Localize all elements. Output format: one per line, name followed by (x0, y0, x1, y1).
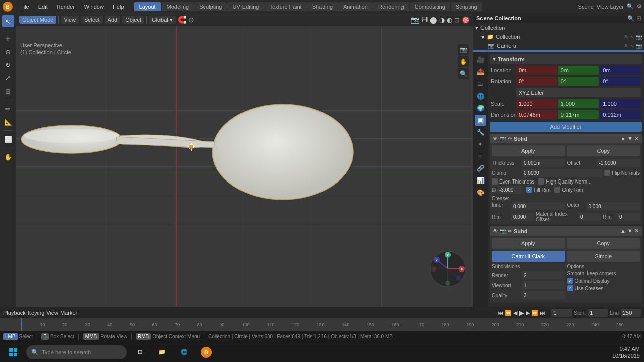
outer-value[interactable]: 0.000 (587, 202, 640, 210)
material-props-icon[interactable]: 🎨 (475, 187, 486, 198)
solidify-clamp-value[interactable]: 0.0000 (522, 169, 602, 177)
constraints-props-icon[interactable]: 🔗 (475, 163, 486, 174)
playback-label[interactable]: Playback (3, 310, 26, 316)
viewport-overlays-icon[interactable]: ⊡ (454, 16, 460, 24)
viewport[interactable]: Object Mode View Select Add Object Globa… (16, 13, 473, 307)
object-props-icon[interactable]: ▣ (475, 115, 486, 126)
viewport-view-menu[interactable]: View (61, 16, 79, 24)
quality-value[interactable]: 3 (522, 291, 565, 299)
subd-vis-icon[interactable]: 👁 (493, 228, 498, 234)
play-icon[interactable]: ▶ (519, 309, 524, 317)
workspace-tab-texture-paint[interactable]: Texture Paint (264, 2, 306, 11)
workspace-tab-rendering[interactable]: Rendering (373, 2, 409, 11)
solidify-close-icon[interactable]: ✕ (634, 135, 639, 141)
optimal-display-checkbox[interactable]: ✓ (567, 278, 573, 284)
rotation-y[interactable]: 0° (558, 77, 599, 86)
dim-x[interactable]: 0.0746m (516, 110, 557, 119)
windows-search-bar[interactable]: 🔍 Type here to search (26, 345, 127, 359)
solidify-vis-icon[interactable]: 👁 (493, 136, 498, 141)
world-props-icon[interactable]: 🌍 (475, 103, 486, 114)
location-z[interactable]: 0m (600, 66, 641, 75)
output-props-icon[interactable]: 📤 (475, 66, 486, 77)
menu-render[interactable]: Render (53, 3, 79, 11)
rotation-z[interactable]: 0° (600, 77, 641, 86)
outliner-item-camera[interactable]: 📷 Camera 👁 ↖ 📷 (473, 41, 644, 50)
next-keyframe-icon[interactable]: ⏩ (531, 310, 538, 316)
camera-view-icon[interactable]: 📷 (411, 16, 419, 24)
solidify-down-icon[interactable]: ▼ (627, 135, 633, 141)
viewport-transform-dropdown[interactable]: Global ▾ (149, 16, 176, 24)
fill-rim-checkbox[interactable]: ✓ (526, 187, 532, 193)
viewport-shading-solid[interactable]: ⬤ (430, 16, 437, 24)
catmull-clark-btn[interactable]: Catmull-Clark (492, 251, 565, 262)
scale-z[interactable]: 1.000 (600, 99, 641, 108)
viewport-gizmos-icon[interactable]: 🎯 (462, 16, 470, 24)
marker-label[interactable]: Marker (60, 310, 77, 316)
camera-render-icon[interactable]: 📷 (636, 43, 642, 49)
viewport-shading-rendered[interactable]: ◐ (447, 16, 452, 24)
transform-tool-icon[interactable]: ⊞ (2, 85, 14, 97)
workspace-tab-layout[interactable]: Layout (134, 2, 161, 11)
rim-value[interactable]: 0.000 (511, 213, 534, 221)
use-creases-checkbox[interactable]: ✓ (567, 285, 573, 291)
scale-y[interactable]: 1.000 (558, 99, 599, 108)
scale-x[interactable]: 1.000 (516, 99, 557, 108)
menu-window[interactable]: Window (80, 3, 108, 11)
solidify-up-icon[interactable]: ▲ (620, 135, 626, 141)
current-frame-input[interactable]: 1 (551, 309, 572, 317)
vis-render-icon[interactable]: 📷 (636, 34, 642, 40)
windows-start-button[interactable] (4, 343, 22, 361)
workspace-tab-modeling[interactable]: Modeling (162, 2, 194, 11)
rotate-tool-icon[interactable]: ↻ (2, 59, 14, 71)
dim-z[interactable]: 0.012m (600, 110, 641, 119)
solidify-render-icon[interactable]: 📷 (500, 136, 506, 141)
render-value[interactable]: 2 (522, 271, 565, 279)
outliner-item-collection[interactable]: ▾ 📁 Collection 👁 ↖ 📷 (473, 32, 644, 41)
blender-taskbar-button[interactable]: B (197, 343, 215, 361)
view-label-tl[interactable]: View (46, 310, 58, 316)
solidify-offset-value[interactable]: -1.0000 (597, 159, 640, 167)
object-mode-dropdown[interactable]: Object Mode (19, 16, 56, 24)
dim-y[interactable]: 0.117m (558, 110, 599, 119)
solidify-copy-btn[interactable]: Copy (567, 145, 640, 156)
outliner-search-icon[interactable]: 🔍 (627, 15, 634, 22)
workspace-tab-compositing[interactable]: Compositing (410, 2, 450, 11)
workspace-tab-animation[interactable]: Animation (338, 2, 373, 11)
camera-cursor-icon[interactable]: ↖ (630, 43, 634, 49)
outliner-item-scene-collection[interactable]: ▾ Collection (473, 23, 644, 32)
vis-eye-icon[interactable]: 👁 (624, 34, 629, 40)
timeline-track[interactable]: 1 10 20 30 40 50 60 70 80 90 100 110 120… (0, 318, 644, 331)
add-modifier-button[interactable]: Add Modifier (490, 122, 642, 132)
jump-end-icon[interactable]: ⏭ (540, 310, 545, 316)
vis-cursor-icon[interactable]: ↖ (630, 34, 634, 40)
location-y[interactable]: 0m (558, 66, 599, 75)
file-explorer-button[interactable]: 📁 (153, 343, 171, 361)
move-tool-icon[interactable]: ⊕ (2, 46, 14, 58)
jump-start-icon[interactable]: ⏮ (498, 310, 503, 316)
viewport-select-menu[interactable]: Select (81, 16, 103, 24)
proportional-icon[interactable]: ⊙ (188, 16, 194, 24)
solidify-flip-checkbox[interactable] (604, 170, 610, 176)
grab-tool-icon[interactable]: ✋ (2, 151, 14, 163)
menu-file[interactable]: File (16, 3, 33, 11)
task-view-button[interactable]: ⊞ (131, 343, 149, 361)
inner-value[interactable]: 0.000 (511, 202, 565, 210)
workspace-tab-shading[interactable]: Shading (307, 2, 338, 11)
snap-icon[interactable]: 🧲 (178, 16, 186, 24)
workspace-tab-sculpting[interactable]: Sculpting (194, 2, 227, 11)
even-thickness-checkbox[interactable] (492, 178, 498, 185)
axis-gizmo[interactable]: Y X Z (428, 249, 468, 289)
start-frame-input[interactable]: 1 (588, 309, 608, 317)
subd-apply-btn[interactable]: Apply (492, 238, 565, 249)
solidify-thickness-value[interactable]: 0.001m (522, 159, 565, 167)
subd-down-icon[interactable]: ▼ (627, 228, 633, 234)
measure-tool-icon[interactable]: 📐 (2, 116, 14, 128)
select-tool-icon[interactable]: ↖ (2, 15, 14, 27)
scale-tool-icon[interactable]: ⤢ (2, 72, 14, 84)
transform-header[interactable]: ▾ Transform (490, 54, 642, 64)
outliner-filter-icon[interactable]: ⊡ (636, 15, 641, 22)
viewport-add-menu[interactable]: Add (105, 16, 121, 24)
physics-props-icon[interactable]: ⚛ (475, 151, 486, 162)
viewport-shading-material[interactable]: ◑ (439, 16, 445, 24)
end-frame-input[interactable]: 250 (621, 309, 641, 317)
